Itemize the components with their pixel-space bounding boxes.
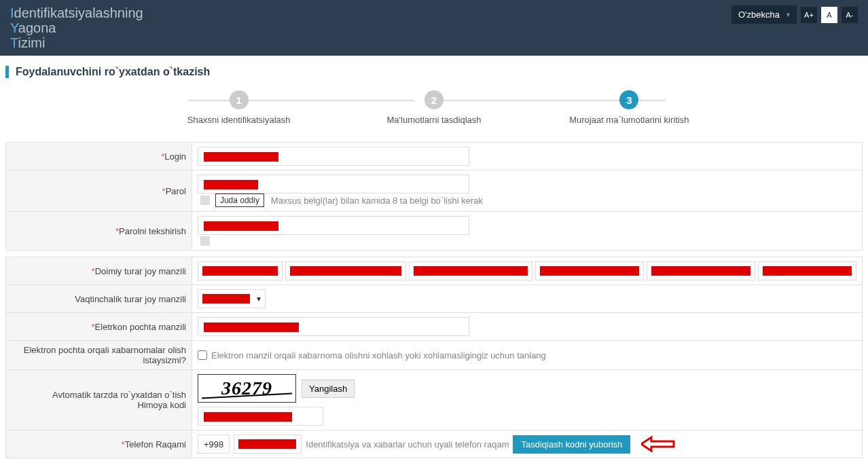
- page-title-wrap: Foydalanuvchini ro`yxatdan o`tkazish: [5, 66, 863, 78]
- captcha-image: 36279: [198, 374, 296, 403]
- annotation-arrow-left-icon: [641, 435, 675, 454]
- row-phone: *Telefon Raqami +998 Identifikatsiya va …: [6, 430, 863, 458]
- font-decrease-button[interactable]: A-: [842, 7, 858, 23]
- address-part-1[interactable]: [198, 261, 283, 280]
- strength-label: Juda oddiy: [215, 194, 264, 207]
- header-controls: O'zbekcha A+ A A-: [731, 5, 858, 24]
- captcha-input[interactable]: [198, 407, 323, 426]
- phone-input[interactable]: [234, 435, 302, 454]
- content: Foydalanuvchini ro`yxatdan o`tkazish 1 S…: [0, 56, 868, 459]
- language-select[interactable]: O'zbekcha: [731, 5, 797, 24]
- address-part-5[interactable]: [647, 261, 755, 280]
- row-newsletter: Elektron pochta orqali xabarnomalar olis…: [6, 341, 863, 370]
- email-input[interactable]: [198, 317, 469, 336]
- step-3-circle: 3: [619, 90, 638, 109]
- login-input[interactable]: [198, 147, 469, 166]
- strength-indicator: [200, 196, 210, 205]
- row-password-confirm: *Parolni tekshirish: [6, 212, 863, 251]
- phone-prefix: +998: [198, 435, 230, 454]
- language-select-wrap: O'zbekcha: [731, 5, 797, 24]
- address-group: [198, 261, 856, 280]
- address-part-3[interactable]: [409, 261, 532, 280]
- step-1-circle: 1: [230, 90, 249, 109]
- captcha-refresh-button[interactable]: Yangilash: [302, 380, 355, 398]
- step-3: 3 Murojaat ma`lumotlarini kiritish: [532, 90, 727, 125]
- temp-address-select[interactable]: [198, 289, 266, 308]
- header: Identifikatsiyalashning Yagona Tizimi O'…: [0, 0, 868, 56]
- row-temp-address: Vaqtinchalik turar joy manzili: [6, 285, 863, 313]
- steps: 1 Shaxsni identifikatsiyalash 2 Ma'lumot…: [5, 90, 863, 125]
- row-captcha: Avtomatik tarzda ro`yxatdan o`tish Himoy…: [6, 370, 863, 430]
- row-password: *Parol Juda oddiy Maxsus belgi(lar) bila…: [6, 170, 863, 212]
- row-perm-address: *Doimiy turar joy manzili: [6, 257, 863, 285]
- step-2: 2 Ma'lumotlarni tasdiqlash: [336, 90, 531, 125]
- address-part-4[interactable]: [535, 261, 644, 280]
- page-title: Foydalanuvchini ro`yxatdan o`tkazish: [16, 66, 210, 78]
- font-normal-button[interactable]: A: [821, 7, 837, 23]
- password-input[interactable]: [198, 175, 469, 194]
- phone-hint: Identifikatsiya va xabarlar uchun uyali …: [306, 439, 509, 449]
- strength-indicator-2: [200, 236, 210, 246]
- address-part-2[interactable]: [285, 261, 406, 280]
- logo: Identifikatsiyalashning Yagona Tizimi: [10, 5, 143, 50]
- password-confirm-input[interactable]: [198, 216, 469, 235]
- title-accent: [5, 66, 9, 78]
- newsletter-hint: Elektron manzil orqali xabarnoma olishni…: [211, 350, 546, 361]
- send-code-button[interactable]: Tasdiqlash kodni yuborish: [513, 435, 630, 454]
- address-part-6[interactable]: [758, 261, 856, 280]
- row-login: *Login: [6, 143, 863, 170]
- newsletter-checkbox[interactable]: [198, 350, 207, 360]
- step-1: 1 Shaxsni identifikatsiyalash: [141, 90, 336, 125]
- font-increase-button[interactable]: A+: [801, 7, 817, 23]
- row-email: *Eletrkon pochta manzili: [6, 313, 863, 341]
- password-hint: Maxsus belgi(lar) bilan kamida 8 ta belg…: [271, 196, 483, 206]
- form-table: *Login *Parol Juda oddiy Maxsus belgi(la…: [5, 142, 863, 459]
- step-2-circle: 2: [424, 90, 444, 109]
- logo-y: Y: [10, 20, 18, 35]
- logo-t: T: [10, 35, 18, 50]
